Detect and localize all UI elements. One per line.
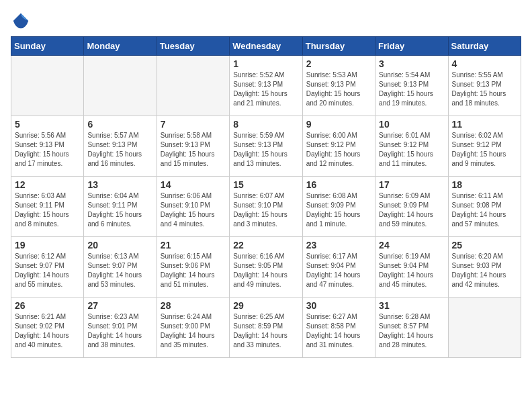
day-info: Sunrise: 6:19 AM Sunset: 9:04 PM Dayligh…	[379, 252, 444, 289]
day-info: Sunrise: 6:16 AM Sunset: 9:05 PM Dayligh…	[233, 252, 298, 289]
day-info: Sunrise: 6:09 AM Sunset: 9:09 PM Dayligh…	[379, 191, 444, 229]
day-number: 8	[233, 119, 298, 130]
day-info: Sunrise: 6:06 AM Sunset: 9:10 PM Dayligh…	[161, 191, 226, 229]
day-info: Sunrise: 6:08 AM Sunset: 9:09 PM Dayligh…	[306, 191, 371, 229]
calendar-week-2: 5Sunrise: 5:56 AM Sunset: 9:13 PM Daylig…	[11, 116, 521, 177]
calendar-cell: 19Sunrise: 6:12 AM Sunset: 9:07 PM Dayli…	[11, 237, 84, 298]
calendar-week-1: 1Sunrise: 5:52 AM Sunset: 9:13 PM Daylig…	[11, 56, 521, 116]
calendar-cell: 23Sunrise: 6:17 AM Sunset: 9:04 PM Dayli…	[302, 237, 375, 298]
calendar-cell: 18Sunrise: 6:11 AM Sunset: 9:08 PM Dayli…	[448, 177, 521, 237]
calendar-cell: 9Sunrise: 6:00 AM Sunset: 9:12 PM Daylig…	[302, 116, 375, 177]
day-number: 18	[452, 179, 517, 190]
calendar-cell	[84, 56, 157, 116]
day-info: Sunrise: 5:57 AM Sunset: 9:13 PM Dayligh…	[87, 131, 152, 169]
calendar-cell: 12Sunrise: 6:03 AM Sunset: 9:11 PM Dayli…	[11, 177, 84, 237]
day-info: Sunrise: 5:59 AM Sunset: 9:13 PM Dayligh…	[233, 131, 298, 169]
calendar-cell	[11, 56, 84, 116]
weekday-header-monday: Monday	[84, 37, 157, 56]
day-number: 1	[233, 58, 298, 69]
day-info: Sunrise: 5:54 AM Sunset: 9:13 PM Dayligh…	[379, 71, 444, 108]
calendar-cell: 30Sunrise: 6:27 AM Sunset: 8:58 PM Dayli…	[302, 298, 375, 358]
calendar-cell: 28Sunrise: 6:24 AM Sunset: 9:00 PM Dayli…	[157, 298, 229, 358]
day-number: 14	[161, 179, 226, 190]
calendar-cell: 7Sunrise: 5:58 AM Sunset: 9:13 PM Daylig…	[157, 116, 229, 177]
calendar-cell: 2Sunrise: 5:53 AM Sunset: 9:13 PM Daylig…	[302, 56, 375, 116]
day-number: 3	[379, 58, 444, 69]
calendar-week-5: 26Sunrise: 6:21 AM Sunset: 9:02 PM Dayli…	[11, 298, 521, 358]
day-number: 23	[306, 240, 371, 250]
calendar-cell: 27Sunrise: 6:23 AM Sunset: 9:01 PM Dayli…	[84, 298, 157, 358]
day-info: Sunrise: 5:55 AM Sunset: 9:13 PM Dayligh…	[452, 71, 517, 108]
day-info: Sunrise: 6:25 AM Sunset: 8:59 PM Dayligh…	[233, 312, 298, 350]
calendar-cell: 8Sunrise: 5:59 AM Sunset: 9:13 PM Daylig…	[230, 116, 302, 177]
calendar-table: SundayMondayTuesdayWednesdayThursdayFrid…	[11, 36, 521, 358]
logo-icon	[11, 11, 31, 31]
day-info: Sunrise: 6:28 AM Sunset: 8:57 PM Dayligh…	[379, 312, 444, 350]
day-info: Sunrise: 5:56 AM Sunset: 9:13 PM Dayligh…	[15, 131, 80, 169]
calendar-cell: 14Sunrise: 6:06 AM Sunset: 9:10 PM Dayli…	[157, 177, 229, 237]
day-number: 13	[87, 179, 152, 190]
day-info: Sunrise: 6:11 AM Sunset: 9:08 PM Dayligh…	[452, 191, 517, 229]
day-number: 2	[306, 58, 371, 69]
day-number: 19	[15, 240, 80, 250]
day-info: Sunrise: 6:04 AM Sunset: 9:11 PM Dayligh…	[87, 191, 152, 229]
day-info: Sunrise: 6:12 AM Sunset: 9:07 PM Dayligh…	[15, 252, 80, 289]
day-number: 5	[15, 119, 80, 130]
calendar-cell: 20Sunrise: 6:13 AM Sunset: 9:07 PM Dayli…	[84, 237, 157, 298]
day-number: 9	[306, 119, 371, 130]
day-info: Sunrise: 6:00 AM Sunset: 9:12 PM Dayligh…	[306, 131, 371, 169]
calendar-cell	[448, 298, 521, 358]
weekday-header-thursday: Thursday	[302, 37, 375, 56]
calendar-cell: 3Sunrise: 5:54 AM Sunset: 9:13 PM Daylig…	[375, 56, 448, 116]
calendar-week-4: 19Sunrise: 6:12 AM Sunset: 9:07 PM Dayli…	[11, 237, 521, 298]
day-info: Sunrise: 6:17 AM Sunset: 9:04 PM Dayligh…	[306, 252, 371, 289]
day-info: Sunrise: 6:21 AM Sunset: 9:02 PM Dayligh…	[15, 312, 80, 350]
day-info: Sunrise: 6:27 AM Sunset: 8:58 PM Dayligh…	[306, 312, 371, 350]
calendar-cell: 21Sunrise: 6:15 AM Sunset: 9:06 PM Dayli…	[157, 237, 229, 298]
day-number: 15	[233, 179, 298, 190]
day-number: 16	[306, 179, 371, 190]
day-number: 11	[452, 119, 517, 130]
day-info: Sunrise: 5:58 AM Sunset: 9:13 PM Dayligh…	[161, 131, 226, 169]
day-info: Sunrise: 5:52 AM Sunset: 9:13 PM Dayligh…	[233, 71, 298, 108]
day-number: 7	[161, 119, 226, 130]
calendar-cell: 29Sunrise: 6:25 AM Sunset: 8:59 PM Dayli…	[230, 298, 302, 358]
day-number: 31	[379, 300, 444, 311]
day-number: 12	[15, 179, 80, 190]
calendar-cell: 11Sunrise: 6:02 AM Sunset: 9:12 PM Dayli…	[448, 116, 521, 177]
calendar-cell: 31Sunrise: 6:28 AM Sunset: 8:57 PM Dayli…	[375, 298, 448, 358]
weekday-header-tuesday: Tuesday	[157, 37, 229, 56]
day-number: 6	[87, 119, 152, 130]
day-number: 30	[306, 300, 371, 311]
day-info: Sunrise: 6:20 AM Sunset: 9:03 PM Dayligh…	[452, 252, 517, 289]
day-info: Sunrise: 6:23 AM Sunset: 9:01 PM Dayligh…	[87, 312, 152, 350]
day-number: 29	[233, 300, 298, 311]
day-info: Sunrise: 6:15 AM Sunset: 9:06 PM Dayligh…	[161, 252, 226, 289]
weekday-header-sunday: Sunday	[11, 37, 84, 56]
day-info: Sunrise: 6:24 AM Sunset: 9:00 PM Dayligh…	[161, 312, 226, 350]
calendar-cell: 1Sunrise: 5:52 AM Sunset: 9:13 PM Daylig…	[230, 56, 302, 116]
day-number: 24	[379, 240, 444, 250]
calendar-cell: 26Sunrise: 6:21 AM Sunset: 9:02 PM Dayli…	[11, 298, 84, 358]
day-number: 28	[161, 300, 226, 311]
day-number: 27	[87, 300, 152, 311]
day-number: 17	[379, 179, 444, 190]
weekday-header-friday: Friday	[375, 37, 448, 56]
day-number: 21	[161, 240, 226, 250]
weekday-header-wednesday: Wednesday	[230, 37, 302, 56]
calendar-cell: 16Sunrise: 6:08 AM Sunset: 9:09 PM Dayli…	[302, 177, 375, 237]
day-info: Sunrise: 6:02 AM Sunset: 9:12 PM Dayligh…	[452, 131, 517, 169]
day-number: 26	[15, 300, 80, 311]
day-info: Sunrise: 6:13 AM Sunset: 9:07 PM Dayligh…	[87, 252, 152, 289]
day-info: Sunrise: 6:07 AM Sunset: 9:10 PM Dayligh…	[233, 191, 298, 229]
calendar-cell: 15Sunrise: 6:07 AM Sunset: 9:10 PM Dayli…	[230, 177, 302, 237]
calendar-cell: 24Sunrise: 6:19 AM Sunset: 9:04 PM Dayli…	[375, 237, 448, 298]
day-info: Sunrise: 5:53 AM Sunset: 9:13 PM Dayligh…	[306, 71, 371, 108]
calendar-week-3: 12Sunrise: 6:03 AM Sunset: 9:11 PM Dayli…	[11, 177, 521, 237]
logo	[11, 11, 34, 31]
day-number: 10	[379, 119, 444, 130]
calendar-cell: 6Sunrise: 5:57 AM Sunset: 9:13 PM Daylig…	[84, 116, 157, 177]
day-number: 20	[87, 240, 152, 250]
day-info: Sunrise: 6:01 AM Sunset: 9:12 PM Dayligh…	[379, 131, 444, 169]
calendar-cell: 22Sunrise: 6:16 AM Sunset: 9:05 PM Dayli…	[230, 237, 302, 298]
